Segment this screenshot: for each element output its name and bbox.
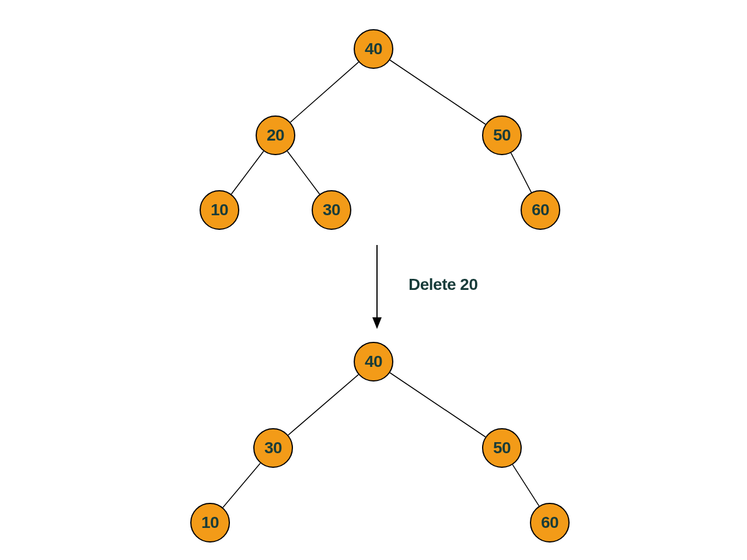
svg-line-4	[287, 151, 319, 194]
tree-before-node-60: 60	[521, 190, 560, 230]
svg-line-8	[223, 463, 260, 508]
tree-after-node-10: 10	[190, 503, 230, 542]
svg-line-1	[291, 62, 359, 122]
tree-after-node-30: 30	[253, 428, 293, 468]
tree-after-node-50: 50	[482, 428, 522, 468]
svg-line-3	[231, 151, 263, 194]
tree-before-node-30: 30	[312, 190, 351, 230]
svg-line-9	[512, 465, 539, 506]
svg-line-5	[511, 153, 532, 192]
tree-after-node-40: 40	[354, 342, 393, 382]
svg-line-2	[390, 60, 486, 124]
edges-layer	[0, 0, 747, 560]
tree-before-node-20: 20	[256, 116, 295, 155]
svg-line-7	[390, 373, 486, 437]
tree-before-node-10: 10	[200, 190, 239, 230]
operation-label: Delete 20	[409, 275, 477, 294]
tree-after-node-60: 60	[530, 503, 570, 542]
svg-line-6	[288, 374, 358, 435]
diagram-stage: 40 20 50 10 30 60 40 30 50 10 60 Delete …	[0, 0, 747, 560]
tree-before-node-40: 40	[354, 29, 393, 69]
tree-before-node-50: 50	[482, 116, 522, 155]
